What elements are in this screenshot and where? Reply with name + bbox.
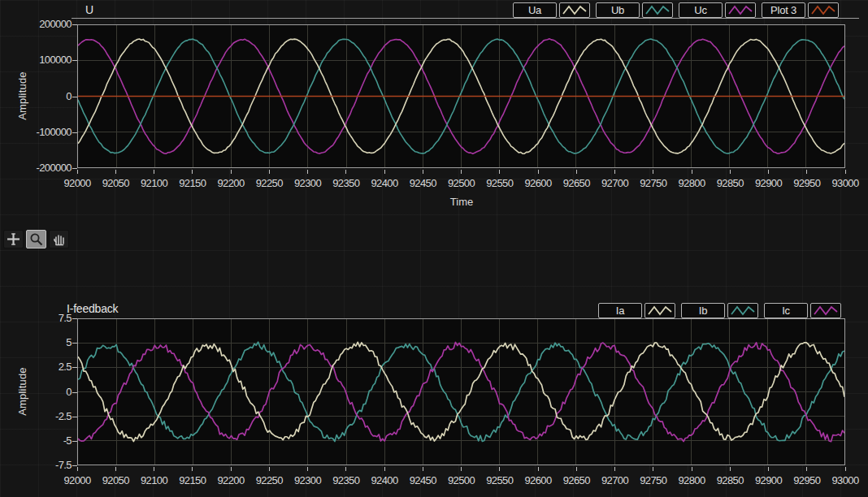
x-tick-mark <box>806 467 807 471</box>
y-tick-label: 0 <box>21 386 72 398</box>
legend-plot-name[interactable]: Plot 3 <box>762 2 805 18</box>
x-tick-mark <box>192 467 193 471</box>
y-tick-label: 100000 <box>21 54 72 66</box>
legend-plot-style-button[interactable] <box>725 2 756 18</box>
x-tick-mark <box>653 170 653 174</box>
x-tick-mark <box>384 467 385 471</box>
legend-plot-name[interactable]: Ib <box>681 303 725 318</box>
magnifier-icon <box>28 232 44 246</box>
legend-plot-style-button[interactable] <box>727 303 758 318</box>
legend-plot-name[interactable]: Ic <box>764 303 808 318</box>
waveform-glyph-icon <box>730 305 756 317</box>
y-tick-label: 7.5 <box>21 312 72 324</box>
x-tick-label: 92250 <box>249 474 289 486</box>
x-tick-label: 92200 <box>210 474 251 486</box>
waveform-glyph-icon <box>813 305 839 317</box>
x-tick-label: 92750 <box>633 474 674 486</box>
x-tick-mark <box>154 467 154 471</box>
legend-item-plot-3: Plot 3 <box>762 2 839 18</box>
legend-plot-style-button[interactable] <box>810 303 841 318</box>
x-tick-mark <box>307 170 308 174</box>
x-tick-label: 92450 <box>402 177 443 189</box>
current-plot-title: I-feedback <box>67 302 118 315</box>
x-tick-mark <box>115 170 116 174</box>
x-tick-mark <box>345 467 346 471</box>
x-tick-label: 92300 <box>288 177 328 189</box>
legend-plot-style-button[interactable] <box>644 303 675 318</box>
x-tick-label: 92650 <box>556 177 597 189</box>
x-tick-label: 92800 <box>671 474 712 486</box>
x-tick-mark <box>269 170 270 174</box>
x-tick-label: 92400 <box>364 474 405 486</box>
pan-tool-button[interactable] <box>49 230 69 248</box>
legend-plot-style-button[interactable] <box>808 2 839 18</box>
voltage-plot-area[interactable] <box>77 24 845 168</box>
y-tick-label: 200000 <box>21 18 72 30</box>
x-tick-label: 92900 <box>749 177 789 189</box>
x-tick-label: 92400 <box>364 177 405 189</box>
voltage-plot-title: U <box>85 3 93 16</box>
x-tick-label: 92050 <box>95 177 136 189</box>
legend-plot-name[interactable]: Ua <box>513 2 557 18</box>
x-tick-mark <box>614 170 615 174</box>
x-tick-mark <box>345 170 346 174</box>
voltage-x-axis-title: Time <box>429 196 494 208</box>
x-tick-label: 92900 <box>749 474 789 486</box>
legend-plot-style-button[interactable] <box>559 2 590 18</box>
x-tick-label: 92550 <box>480 177 520 189</box>
x-tick-mark <box>576 467 577 471</box>
x-tick-label: 92300 <box>288 474 328 486</box>
y-tick-mark <box>72 318 77 319</box>
x-tick-label: 93000 <box>825 177 866 189</box>
x-tick-mark <box>499 467 500 471</box>
x-tick-label: 92950 <box>787 474 827 486</box>
x-tick-mark <box>154 170 154 174</box>
x-tick-label: 92000 <box>57 177 98 189</box>
legend-plot-name[interactable]: Ia <box>598 303 642 318</box>
x-tick-mark <box>538 467 539 471</box>
waveform-glyph-icon <box>562 4 588 16</box>
x-tick-label: 92350 <box>326 177 367 189</box>
x-tick-mark <box>307 467 308 471</box>
x-tick-label: 92800 <box>671 177 712 189</box>
legend-plot-name[interactable]: Ub <box>596 2 640 18</box>
current-chart-header: I-feedback IaIbIc <box>61 299 859 318</box>
x-tick-mark <box>730 170 731 174</box>
y-tick-label: 5 <box>21 336 72 348</box>
x-tick-label: 92850 <box>710 177 750 189</box>
y-tick-mark <box>72 97 77 97</box>
x-tick-label: 92700 <box>595 177 636 189</box>
x-tick-label: 92150 <box>172 177 213 189</box>
x-tick-mark <box>845 170 846 174</box>
x-tick-mark <box>499 170 500 174</box>
current-plot-legend: IaIbIc <box>598 303 841 318</box>
y-tick-mark <box>72 441 77 442</box>
current-plot-area[interactable] <box>77 318 845 465</box>
zoom-tool-button[interactable] <box>26 230 46 248</box>
gridlines <box>78 319 844 465</box>
graph-palette-toolbar <box>3 230 69 248</box>
x-tick-label: 92050 <box>95 474 136 486</box>
x-tick-mark <box>423 170 423 174</box>
y-tick-label: -5 <box>21 434 72 447</box>
x-tick-label: 92550 <box>480 474 520 486</box>
x-tick-label: 92500 <box>441 177 482 189</box>
x-tick-mark <box>653 467 653 471</box>
crosshair-icon <box>6 232 21 246</box>
x-tick-label: 92850 <box>710 474 750 486</box>
waveform-glyph-icon <box>727 4 753 16</box>
x-tick-mark <box>768 467 769 471</box>
waveform-glyph-icon <box>644 4 671 16</box>
legend-plot-style-button[interactable] <box>642 2 673 18</box>
cursor-tool-button[interactable] <box>3 230 24 248</box>
y-tick-mark <box>72 343 77 344</box>
x-tick-mark <box>77 170 78 174</box>
x-tick-mark <box>692 170 692 174</box>
x-tick-label: 92950 <box>787 177 827 189</box>
x-tick-mark <box>231 170 232 174</box>
voltage-chart-header: U UaUbUcPlot 3 <box>72 0 859 19</box>
y-tick-mark <box>72 60 77 61</box>
legend-plot-name[interactable]: Uc <box>679 2 723 18</box>
y-tick-mark <box>72 168 77 169</box>
y-tick-mark <box>72 24 77 25</box>
